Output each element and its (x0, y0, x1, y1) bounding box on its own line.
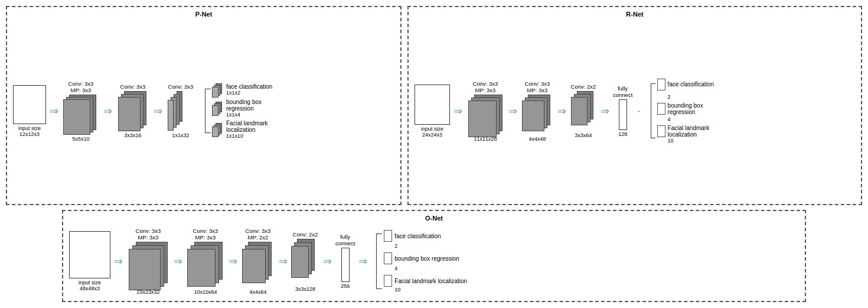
rnet-output2: bounding boxregression (657, 102, 714, 115)
pnet-output-area: face classification 1x1x2 bounding boxre… (201, 83, 272, 139)
pnet-layer1-group: Conv: 3x3MP: 3x3 5x5x10 (62, 80, 100, 142)
rnet-input-label: input size 24x24x3 (421, 126, 443, 138)
rnet-layer2-size: 4x4x48 (528, 136, 546, 142)
onet-arrow-2: ⇒ (174, 255, 182, 268)
pnet-layer3-size: 1x1x32 (172, 132, 189, 138)
rnet-fc-box (619, 99, 627, 130)
diagram-container: P-Net input size 12x12x3 ⇒ Conv: 3x3MP: … (0, 0, 868, 308)
pnet-output2-label: bounding boxregression 1x1x4 (226, 99, 262, 118)
onet-row: O-Net input size 48x48x3 ⇒ Conv: 3x3MP: … (6, 210, 862, 302)
onet-layer2-group: Conv: 3x3MP: 3x3 10x10x64 (186, 228, 225, 295)
rnet-layer3-group: Conv: 2x2 3x3x64 (570, 83, 597, 138)
rnet-box: R-Net input size 24x24x3 ⇒ Conv: 3x3MP: … (407, 6, 862, 205)
onet-box: O-Net input size 48x48x3 ⇒ Conv: 3x3MP: … (62, 210, 806, 302)
pnet-output1-label: face classification 1x1x2 (226, 83, 272, 96)
onet-arrow-6: ⇒ (358, 255, 367, 268)
onet-title: O-Net (425, 215, 443, 222)
rnet-arrow-3: ⇒ (557, 105, 566, 118)
pnet-arrow-1: ⇒ (50, 105, 58, 118)
rnet-output3: Facial landmarklocalization (657, 125, 714, 138)
pnet-layer2-size: 3x3x16 (124, 132, 141, 138)
pnet-output3-label: Facial landmarklocalization 1x1x10 (226, 120, 268, 139)
onet-arrow-3: ⇒ (229, 255, 237, 268)
onet-output2: bounding box regression (384, 252, 467, 264)
onet-output1: face classification (384, 230, 467, 242)
rnet-input-box (415, 85, 450, 125)
onet-arrow-4: ⇒ (279, 255, 288, 268)
pnet-arrow-3: ⇒ (154, 105, 162, 118)
pnet-layer3-label: Conv: 3x3 (168, 83, 194, 90)
pnet-layer1-size: 5x5x10 (72, 136, 89, 142)
rnet-dash: - (637, 106, 640, 116)
onet-output1-count: 2 (394, 243, 467, 249)
pnet-layer1-label: Conv: 3x3MP: 3x3 (68, 80, 94, 93)
rnet-output1-count: 2 (668, 94, 714, 100)
onet-layer3-group: Conv: 3x3MP: 2x2 4x4x64 (241, 228, 275, 295)
rnet-output-area: face classification 2 bounding boxregres… (648, 79, 714, 144)
onet-output2-count: 4 (394, 265, 467, 271)
onet-arrow-1: ⇒ (114, 255, 123, 268)
onet-input-box (69, 231, 110, 278)
rnet-layer3-size: 3x3x64 (575, 132, 592, 138)
rnet-arrow-2: ⇒ (508, 105, 517, 118)
onet-layer4-group: Conv: 2x2 3x3x128 (291, 231, 319, 292)
rnet-output1: face classification (657, 79, 714, 90)
pnet-input-box (13, 85, 46, 124)
onet-layer2-size: 10x10x64 (194, 289, 217, 295)
onet-output3: Facial landmark localization (384, 275, 467, 287)
rnet-arrow-1: ⇒ (453, 105, 462, 118)
rnet-input-group: input size 24x24x3 (415, 85, 450, 138)
onet-input-label: input size 48x48x3 (79, 280, 101, 291)
onet-fc-box (341, 248, 350, 282)
onet-layer4-size: 3x3x128 (295, 286, 315, 292)
onet-input-group: input size 48x48x3 (69, 231, 110, 291)
onet-output3-label: Facial landmark localization (394, 278, 467, 284)
rnet-arrow-4: ⇒ (601, 105, 609, 118)
rnet-layer2-group: Conv: 3x3MP: 3x3 4x4x48 (521, 80, 554, 142)
rnet-title: R-Net (626, 11, 643, 18)
onet-output3-count: 10 (394, 287, 467, 293)
pnet-layer2-group: Conv: 3x3 3x3x16 (116, 83, 150, 138)
onet-output2-label: bounding box regression (394, 255, 459, 262)
rnet-fc-size: 128 (618, 131, 627, 137)
rnet-layer1-group: Conv: 3x3MP: 3x3 11x11x28 (466, 80, 505, 142)
rnet-output3-label: Facial landmarklocalization (668, 125, 710, 138)
pnet-box: P-Net input size 12x12x3 ⇒ Conv: 3x3MP: … (6, 6, 402, 205)
onet-fc-group: fullyconnect 256 (335, 234, 355, 289)
pnet-title: P-Net (195, 11, 213, 18)
pnet-output2: bounding boxregression 1x1x4 (212, 99, 272, 118)
rnet-output2-label: bounding boxregression (668, 102, 703, 115)
rnet-output1-label: face classification (668, 81, 714, 87)
onet-output1-label: face classification (394, 233, 440, 239)
onet-output-area: face classification 2 bounding box regre… (373, 230, 467, 293)
rnet-output3-count: 10 (668, 138, 714, 144)
pnet-output1: face classification 1x1x2 (212, 83, 272, 96)
onet-layer1-group: Conv: 3x3MP: 3x3 23x23x32 (126, 228, 170, 295)
onet-layer3-size: 4x4x64 (249, 289, 266, 295)
onet-fc-size: 256 (341, 283, 350, 289)
rnet-fc-group: fullyconnect 128 (613, 85, 632, 137)
pnet-input-group: input size 12x12x3 (13, 85, 46, 137)
rnet-output2-count: 4 (668, 116, 714, 122)
pnet-output3: Facial landmarklocalization 1x1x10 (212, 120, 272, 139)
pnet-layer2-label: Conv: 3x3 (120, 83, 146, 90)
pnet-layer3-group: Conv: 3x3 1x1x32 (166, 83, 195, 138)
top-row: P-Net input size 12x12x3 ⇒ Conv: 3x3MP: … (6, 6, 862, 205)
onet-arrow-5: ⇒ (323, 255, 332, 268)
pnet-arrow-2: ⇒ (103, 105, 112, 118)
pnet-input-label: input size 12x12x3 (18, 125, 41, 137)
